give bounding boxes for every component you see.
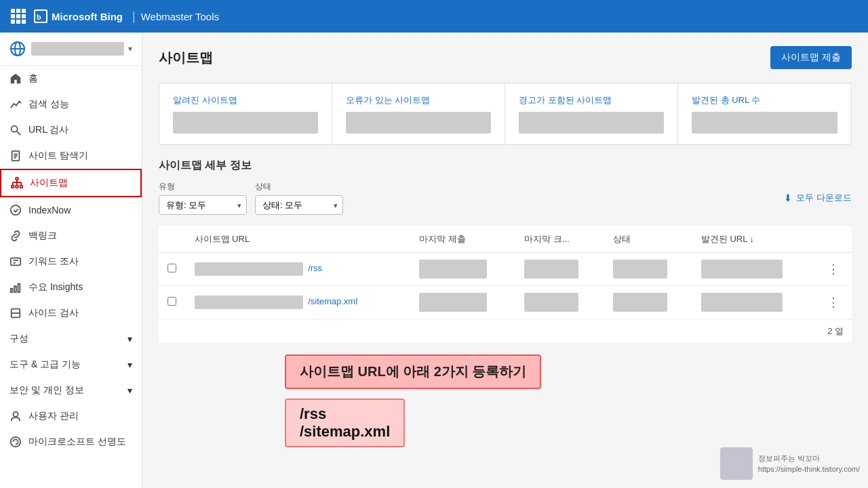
- row2-discovered-urls: [693, 286, 815, 319]
- col-checkbox: [159, 226, 186, 253]
- error-sitemaps-value: [346, 112, 491, 134]
- svg-point-5: [12, 126, 18, 132]
- row2-status: [605, 286, 693, 319]
- type-filter-select[interactable]: 유형: 모두: [159, 195, 247, 215]
- warning-sitemaps-label: 경고가 포함된 사이트맵: [519, 94, 664, 106]
- download-all-label: 모두 다운로드: [796, 192, 852, 204]
- svg-rect-24: [11, 289, 13, 292]
- stat-discovered-urls: 발견된 총 URL 수: [678, 83, 851, 144]
- col-status: 상태: [605, 226, 693, 253]
- row-count: 2 열: [827, 326, 844, 336]
- col-discovered-urls[interactable]: 발견된 URL ↓: [693, 226, 815, 253]
- document-icon: [9, 150, 22, 162]
- error-sitemaps-label: 오류가 있는 사이트맵: [346, 94, 491, 106]
- app-grid-icon[interactable]: [11, 9, 26, 24]
- sidebar-section-security[interactable]: 보안 및 개인 정보 ▾: [0, 378, 142, 403]
- discovered-urls-value: [692, 112, 837, 134]
- page-title: 사이트맵: [159, 49, 213, 67]
- row2-url-cell: /sitemap.xml: [186, 286, 411, 319]
- stat-error-sitemaps: 오류가 있는 사이트맵: [332, 83, 505, 144]
- svg-rect-13: [16, 186, 18, 188]
- status-filter-select[interactable]: 상태: 모두: [255, 195, 343, 215]
- status-filter-label: 상태: [255, 181, 343, 192]
- sidebar-item-keyword-research[interactable]: 기워드 조사: [0, 249, 142, 274]
- bing-logo: b Microsoft Bing: [34, 9, 123, 23]
- sidebar-section-tools[interactable]: 도구 & 고급 기능 ▾: [0, 352, 142, 378]
- filter-row: 유형 유형: 모두 상태 상태: 모두 ⬇ 모두 다운로드: [159, 181, 852, 215]
- svg-rect-25: [14, 286, 16, 292]
- stat-known-sitemaps: 알려진 사이트맵: [159, 83, 332, 144]
- row1-action-menu[interactable]: ⋮: [823, 262, 843, 277]
- row2-checkbox-cell: [159, 286, 186, 319]
- bing-label: Microsoft Bing: [52, 11, 123, 22]
- indexnow-icon: [9, 204, 22, 216]
- sidebar-item-backlinks[interactable]: 백링크: [0, 223, 142, 249]
- row2-action-menu[interactable]: ⋮: [823, 295, 843, 310]
- row2-checkbox[interactable]: [167, 297, 176, 306]
- row2-last-crawl: [516, 286, 604, 319]
- sidebar-item-traffic-insights[interactable]: 수요 Insights: [0, 274, 142, 300]
- known-sitemaps-label: 알려진 사이트맵: [173, 94, 318, 106]
- nav-separator: |: [132, 9, 136, 24]
- sidebar-item-site-indexing[interactable]: 사이트 탐색기: [0, 143, 142, 169]
- chevron-tools-icon: ▾: [127, 359, 132, 370]
- type-select-wrapper: 유형: 모두: [159, 195, 247, 215]
- row2-actions[interactable]: ⋮: [815, 286, 851, 319]
- svg-rect-12: [12, 186, 14, 188]
- row1-actions[interactable]: ⋮: [815, 253, 851, 286]
- clarity-icon: [9, 436, 22, 448]
- warning-sitemaps-value: [519, 112, 664, 134]
- type-filter-label: 유형: [159, 181, 247, 192]
- svg-line-6: [17, 131, 20, 135]
- row1-last-submit: [411, 253, 516, 286]
- tool-title: Webmaster Tools: [141, 11, 219, 22]
- sidebar-nav: 홈 검색 성능 URL 검사 사이트 탐색기: [0, 66, 142, 488]
- sidebar: ▾ 홈 검색 성능 URL 검사: [0, 33, 142, 488]
- stat-warning-sitemaps: 경고가 포함된 사이트맵: [505, 83, 678, 144]
- row1-status: [605, 253, 693, 286]
- sidebar-section-config[interactable]: 구성 ▾: [0, 326, 142, 352]
- col-url: 사이트맵 URL: [186, 226, 411, 253]
- submit-sitemap-button[interactable]: 사이트맵 제출: [770, 46, 852, 69]
- layout: ▾ 홈 검색 성능 URL 검사: [0, 33, 868, 488]
- table-row: /sitemap.xml ⋮: [159, 286, 852, 319]
- bing-icon: b: [34, 9, 47, 23]
- chart-icon: [9, 98, 22, 110]
- sidebar-item-indexnow[interactable]: IndexNow: [0, 197, 142, 223]
- svg-rect-26: [18, 284, 20, 293]
- svg-point-30: [11, 437, 20, 447]
- keyword-icon: [9, 256, 22, 268]
- chevron-security-icon: ▾: [127, 385, 132, 396]
- row1-discovered-urls: [693, 253, 815, 286]
- sidebar-item-home[interactable]: 홈: [0, 66, 142, 92]
- row1-url-suffix: /rss: [308, 263, 322, 273]
- known-sitemaps-value: [173, 112, 318, 134]
- chevron-down-icon: ▾: [128, 44, 132, 54]
- table-footer: 2 열: [159, 319, 852, 343]
- sidebar-item-sitemaps[interactable]: 사이트맵: [0, 169, 142, 197]
- chevron-config-icon: ▾: [127, 333, 132, 344]
- svg-text:b: b: [37, 13, 41, 21]
- stats-cards: 알려진 사이트맵 오류가 있는 사이트맵 경고가 포함된 사이트맵 발견된 총 …: [159, 83, 852, 145]
- sidebar-item-site-scan[interactable]: 사이드 검사: [0, 300, 142, 326]
- main-content: 사이트맵 사이트맵 제출 알려진 사이트맵 오류가 있는 사이트맵 경고가 포함…: [142, 33, 868, 488]
- site-selector[interactable]: ▾: [0, 33, 142, 66]
- sidebar-item-search-performance[interactable]: 검색 성능: [0, 92, 142, 117]
- site-name: [31, 42, 124, 56]
- sidebar-item-user-management[interactable]: 사용자 관리: [0, 403, 142, 429]
- status-filter-group: 상태 상태: 모두: [255, 181, 343, 215]
- topnav: b Microsoft Bing | Webmaster Tools: [0, 0, 868, 33]
- row1-checkbox[interactable]: [167, 264, 176, 272]
- col-last-submit: 마지막 제출: [411, 226, 516, 253]
- sidebar-item-microsoft-clarity[interactable]: 마이크로소프트 선명도: [0, 429, 142, 455]
- type-filter-group: 유형 유형: 모두: [159, 181, 247, 215]
- download-icon: ⬇: [784, 192, 792, 203]
- insights-icon: [9, 281, 22, 293]
- svg-point-20: [11, 205, 20, 215]
- sidebar-item-url-inspection[interactable]: URL 검사: [0, 117, 142, 143]
- discovered-urls-label: 발견된 총 URL 수: [692, 94, 837, 106]
- backlinks-icon: [9, 230, 22, 242]
- globe-icon: [9, 41, 26, 57]
- download-all-button[interactable]: ⬇ 모두 다운로드: [784, 192, 852, 204]
- svg-point-29: [13, 412, 18, 417]
